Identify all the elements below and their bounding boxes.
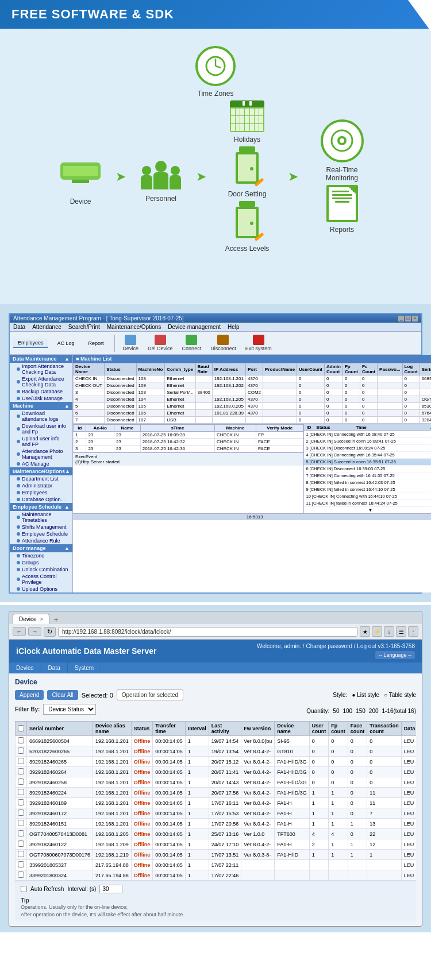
machine-row[interactable]: 5Disconnected105Ethernet192.168.0.205437… xyxy=(74,403,432,410)
auto-refresh-checkbox[interactable] xyxy=(21,886,27,892)
menu-maintenance[interactable]: Maintenance/Options xyxy=(107,324,161,330)
nav-system[interactable]: System xyxy=(68,663,101,673)
sidebar-collapse-sched[interactable]: ▲ xyxy=(64,504,70,510)
device-row[interactable]: OGT70400570413D0081192.168.1.205Offline0… xyxy=(16,829,417,839)
tab-report[interactable]: Report xyxy=(84,339,109,347)
select-all-checkbox[interactable] xyxy=(18,725,24,731)
qty-50[interactable]: 50 xyxy=(333,708,339,714)
new-tab-btn[interactable]: + xyxy=(51,615,61,624)
row-checkbox-cell[interactable] xyxy=(16,839,27,850)
device-row[interactable]: 3929182460264192.168.1.201Offline00:00:1… xyxy=(16,767,417,777)
row-checkbox[interactable] xyxy=(18,758,24,764)
menu-device[interactable]: Device management xyxy=(168,324,221,330)
menu-data[interactable]: Data xyxy=(13,324,25,330)
sidebar-timetable[interactable]: Maintenance Timetables xyxy=(10,511,72,524)
device-row[interactable]: 3399201800324217.65.194.88Offline00:00:1… xyxy=(16,870,417,881)
back-btn[interactable]: ← xyxy=(13,627,26,636)
device-row[interactable]: 3929182460189192.168.1.201Offline00:00:1… xyxy=(16,798,417,808)
tab-aclog[interactable]: AC Log xyxy=(53,339,79,347)
row-checkbox[interactable] xyxy=(18,851,24,857)
sidebar-collapse-data[interactable]: ▲ xyxy=(64,356,70,362)
device-row[interactable]: 3929182460122192.168.1.209Offline00:00:1… xyxy=(16,839,417,850)
browser-action-4[interactable]: ☰ xyxy=(396,626,406,637)
sidebar-collapse-maint[interactable]: ▲ xyxy=(65,468,70,474)
sidebar-dept[interactable]: Department List xyxy=(10,475,72,482)
browser-action-2[interactable]: ⚡ xyxy=(372,626,382,637)
sidebar-backup[interactable]: Backup Database xyxy=(10,388,72,395)
sidebar-att-rule[interactable]: Attendance Rule xyxy=(10,537,72,544)
device-row[interactable]: 3929182460172192.168.1.201Offline00:00:1… xyxy=(16,808,417,819)
device-table-wrapper[interactable]: Serial number Device alias name Status T… xyxy=(15,721,416,881)
row-checkbox-cell[interactable] xyxy=(16,798,27,808)
browser-action-3[interactable]: ↓ xyxy=(384,626,394,637)
menu-search[interactable]: Search/Print xyxy=(68,324,100,330)
sidebar-upload[interactable]: Upload user info and FP xyxy=(10,435,72,448)
row-checkbox[interactable] xyxy=(18,871,24,878)
machine-row[interactable]: CHECK OUTDisconnected109Ethernet192.168.… xyxy=(74,382,432,389)
sidebar-admin[interactable]: Administrator xyxy=(10,482,72,489)
toolbar-device[interactable]: Device xyxy=(121,334,141,353)
menu-help[interactable]: Help xyxy=(228,324,240,330)
row-checkbox[interactable] xyxy=(18,789,24,795)
machine-row[interactable]: 6Disconnected106Ethernet101.81.228.39437… xyxy=(74,410,432,417)
row-checkbox[interactable] xyxy=(18,820,24,826)
browser-action-1[interactable]: ★ xyxy=(360,626,370,637)
sidebar-shifts[interactable]: Shifts Management xyxy=(10,524,72,530)
sidebar-collapse-machine[interactable]: ▲ xyxy=(64,403,70,409)
row-checkbox-cell[interactable] xyxy=(16,788,27,798)
row-checkbox[interactable] xyxy=(18,840,24,847)
row-checkbox[interactable] xyxy=(18,799,24,805)
sidebar-import[interactable]: Import Attendance Checking Data xyxy=(10,363,72,375)
sidebar-export[interactable]: Export Attendance Checking Data xyxy=(10,375,72,388)
sidebar-emp-sched[interactable]: Employee Schedule xyxy=(10,530,72,537)
sidebar-photo[interactable]: Attendance Photo Management xyxy=(10,448,72,460)
row-checkbox-cell[interactable] xyxy=(16,777,27,788)
toolbar-del-device[interactable]: Del Device xyxy=(145,334,175,353)
device-row[interactable]: 52031822600265192.168.1.201Offline00:00:… xyxy=(16,746,417,757)
operation-btn[interactable]: Operation for selected xyxy=(117,690,183,700)
qty-150[interactable]: 150 xyxy=(356,708,365,714)
append-btn[interactable]: Append xyxy=(15,690,44,700)
machine-row[interactable]: 3Disconnected103Serial Port/...38400COM2… xyxy=(74,389,432,396)
row-checkbox-cell[interactable] xyxy=(16,860,27,870)
row-checkbox-cell[interactable] xyxy=(16,767,27,777)
list-style[interactable]: ● List style xyxy=(352,692,379,698)
row-checkbox[interactable] xyxy=(18,768,24,774)
tab-employees[interactable]: Employees xyxy=(13,339,48,348)
toolbar-connect[interactable]: Connect xyxy=(180,334,204,353)
clear-all-btn[interactable]: Clear All xyxy=(47,690,78,700)
qty-100[interactable]: 100 xyxy=(343,708,352,714)
qty-200[interactable]: 200 xyxy=(369,708,379,714)
tab-close-btn[interactable]: × xyxy=(40,616,44,622)
sidebar-ac[interactable]: AC Manage xyxy=(10,460,72,467)
row-checkbox[interactable] xyxy=(18,737,24,743)
menu-attendance[interactable]: Attendance xyxy=(32,324,61,330)
sidebar-groups[interactable]: Groups xyxy=(10,559,72,566)
language-btn[interactable]: -- Language -- xyxy=(375,651,415,659)
row-checkbox-cell[interactable] xyxy=(16,808,27,819)
sidebar-disk[interactable]: Use/Disk Manage xyxy=(10,395,72,402)
refresh-btn[interactable]: ↻ xyxy=(44,627,56,637)
row-checkbox[interactable] xyxy=(18,747,24,754)
toolbar-exit[interactable]: Exit system xyxy=(243,334,274,353)
machine-table-wrapper[interactable]: Device Name Status MachineNo Comm_type B… xyxy=(73,363,431,424)
table-style[interactable]: ○ Table style xyxy=(384,692,416,698)
sidebar-unlock[interactable]: Unlock Combination xyxy=(10,566,72,573)
device-row[interactable]: 3929182460224192.168.1.201Offline00:00:1… xyxy=(16,788,417,798)
filter-select[interactable]: Device Status xyxy=(43,704,96,715)
nav-device[interactable]: Device xyxy=(9,663,41,673)
row-checkbox[interactable] xyxy=(18,861,24,867)
row-checkbox[interactable] xyxy=(18,778,24,785)
maximize-btn[interactable]: □ xyxy=(405,316,411,321)
nav-data[interactable]: Data xyxy=(41,663,68,673)
sidebar-upload-opt[interactable]: Upload Options xyxy=(10,586,72,592)
sidebar-access[interactable]: Access Control Privilege xyxy=(10,573,72,586)
interval-input[interactable] xyxy=(99,885,122,893)
device-row[interactable]: 3399201805327217.65.194.88Offline00:00:1… xyxy=(16,860,417,870)
device-row[interactable]: OGT70800607073D00176192.168.1.210Offline… xyxy=(16,850,417,860)
toolbar-disconnect[interactable]: Disconnect xyxy=(208,334,238,353)
log-scroll-down[interactable]: ▼ xyxy=(368,508,373,513)
browser-action-5[interactable]: ⋮ xyxy=(408,626,418,637)
browser-tab-device[interactable]: Device × xyxy=(13,614,49,624)
device-row[interactable]: 3929182460258192.168.1.201Offline00:00:1… xyxy=(16,777,417,788)
